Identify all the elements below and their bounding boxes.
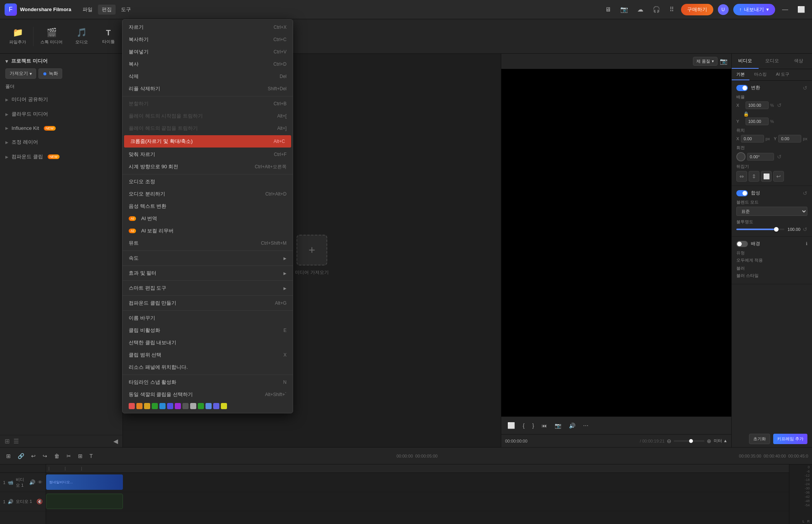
bracket-left-icon[interactable]: { bbox=[520, 421, 527, 430]
menu-ripple-delete[interactable]: 리플 삭제하기 Shift+Del bbox=[123, 83, 293, 95]
menu-edit[interactable]: 편집 bbox=[98, 5, 116, 15]
color-dot-yellow[interactable] bbox=[144, 403, 150, 409]
rotation-reset-icon[interactable]: ↺ bbox=[777, 154, 782, 160]
color-dot-blue2[interactable] bbox=[205, 403, 212, 409]
menu-export-clip[interactable]: 선택한 클립 내보내기 bbox=[123, 337, 293, 349]
grid-view-icon[interactable]: ⊞ bbox=[5, 438, 10, 445]
tab-audio[interactable]: 오디오 bbox=[759, 54, 785, 69]
cloud-icon[interactable]: ☁ bbox=[635, 4, 646, 15]
menu-snap[interactable]: 타임라인 스냅 활성화 N bbox=[123, 376, 293, 388]
project-media-header[interactable]: ▾ 프로젝트 미디어 bbox=[0, 54, 123, 68]
menu-ai-translate[interactable]: AI AI 번역 bbox=[123, 212, 293, 225]
toolbar-item-fileadd[interactable]: 📁 파일추가 bbox=[4, 25, 31, 48]
tab-video[interactable]: 비디오 bbox=[732, 54, 759, 69]
menu-effects[interactable]: 효과 및 필터 ▶ bbox=[123, 267, 293, 279]
menu-smart-edit[interactable]: 스마트 편집 도구 ▶ bbox=[123, 282, 293, 294]
snapshot-icon[interactable]: 📷 bbox=[618, 4, 630, 15]
color-dot-indigo[interactable] bbox=[213, 403, 219, 409]
scale-x-input[interactable] bbox=[746, 101, 769, 109]
pos-y-input[interactable] bbox=[778, 135, 801, 143]
subtab-masking[interactable]: 마스킹 bbox=[749, 69, 771, 80]
color-dot-lightgray[interactable] bbox=[190, 403, 196, 409]
zoom-in-icon[interactable]: ⊕ bbox=[707, 438, 711, 444]
zoom-out-icon[interactable]: ⊖ bbox=[667, 438, 671, 444]
menu-compound-clip[interactable]: 컴파운드 클립 만들기 Alt+G bbox=[123, 297, 293, 309]
collapse-icon[interactable]: ◀ bbox=[113, 438, 118, 445]
menu-speed[interactable]: 속도 ▶ bbox=[123, 252, 293, 264]
menu-select-same-color[interactable]: 동일 색깔의 클립을 선택하기 Alt+Shift+` bbox=[123, 388, 293, 401]
timeline-cut-icon[interactable]: ✂ bbox=[64, 451, 73, 461]
color-dot-lime[interactable] bbox=[221, 403, 227, 409]
menu-disable-clip[interactable]: 클립 비활성화 E bbox=[123, 324, 293, 337]
menu-tools[interactable]: 도구 bbox=[117, 5, 135, 15]
flip-vertical-button[interactable]: ⇕ bbox=[749, 171, 759, 182]
avatar[interactable]: U bbox=[718, 4, 729, 15]
menu-select-range[interactable]: 클립 범위 선택 X bbox=[123, 349, 293, 361]
timeline-magnet-icon[interactable]: 🔗 bbox=[15, 451, 27, 461]
blend-mode-select[interactable]: 표준 bbox=[736, 207, 807, 216]
list-view-icon[interactable]: ☰ bbox=[13, 438, 19, 445]
track-video-mute-icon[interactable]: 🔊 bbox=[29, 479, 35, 485]
more-icon[interactable]: ⋯ bbox=[581, 421, 591, 430]
pos-x-input[interactable] bbox=[741, 135, 764, 143]
timeline-delete-icon[interactable]: 🗑 bbox=[52, 451, 62, 461]
color-dot-lightblue[interactable] bbox=[159, 403, 166, 409]
menu-copy[interactable]: 복사하기 Ctrl+C bbox=[123, 33, 293, 46]
menu-mute[interactable]: 뮤트 Ctrl+Shift+M bbox=[123, 237, 293, 249]
audio-clip[interactable] bbox=[46, 494, 123, 509]
color-dot-green[interactable] bbox=[152, 403, 158, 409]
subtab-ai[interactable]: AI 도구 bbox=[771, 69, 794, 80]
toolbar-item-title[interactable]: T 타이틀 bbox=[95, 25, 122, 48]
rotation-dial[interactable] bbox=[736, 152, 746, 161]
color-dot-gray[interactable] bbox=[182, 403, 189, 409]
timeline-grid-icon[interactable]: ⊞ bbox=[4, 451, 13, 461]
nav-item-media-share[interactable]: ▶ 미디어 공유하기 bbox=[0, 92, 123, 107]
color-dot-red[interactable] bbox=[129, 403, 135, 409]
composite-toggle[interactable] bbox=[736, 190, 748, 196]
menu-ai-vocal[interactable]: AI AI 보컬 리무버 bbox=[123, 225, 293, 237]
menu-fit-crop[interactable]: 맞춰 자르기 Ctrl+F bbox=[123, 148, 293, 161]
timeline-text-icon[interactable]: T bbox=[87, 451, 95, 461]
audio-monitor-icon[interactable]: 🔊 bbox=[567, 421, 578, 430]
prev-frame-icon[interactable]: ⏮ bbox=[539, 421, 549, 430]
menu-stt[interactable]: 음성 텍스트 변환 bbox=[123, 200, 293, 212]
keyframe-button[interactable]: 키프레임 추가 bbox=[773, 434, 807, 444]
rotation-input[interactable] bbox=[747, 153, 774, 161]
record-button[interactable]: ⏺ 녹화 bbox=[38, 68, 62, 79]
screenshot-icon[interactable]: 📷 bbox=[552, 421, 563, 430]
nav-item-adjust[interactable]: ▶ 조정 레이어 bbox=[0, 135, 123, 149]
flip-btn-4[interactable]: ↩ bbox=[773, 171, 784, 182]
transform-toggle[interactable] bbox=[736, 85, 748, 91]
nav-item-cloud[interactable]: ▶ 클라우드 미디어 bbox=[0, 107, 123, 121]
init-button[interactable]: 초기화 bbox=[749, 434, 770, 444]
timeline-undo-icon[interactable]: ↩ bbox=[29, 451, 38, 461]
nav-item-influence[interactable]: ▶ Influence Kit NEW bbox=[0, 121, 123, 135]
menu-rotate90[interactable]: 시계 방향으로 90 회전 Ctrl+Alt+오른쪽 bbox=[123, 161, 293, 173]
menu-cut[interactable]: 자르기 Ctrl+X bbox=[123, 21, 293, 33]
frame-icon[interactable]: ⬜ bbox=[505, 420, 517, 431]
toolbar-item-audio[interactable]: 🎵 오디오 bbox=[68, 25, 95, 48]
tab-color[interactable]: 색상 bbox=[785, 54, 812, 69]
timeline-redo-icon[interactable]: ↪ bbox=[40, 451, 50, 461]
background-toggle[interactable] bbox=[736, 241, 748, 247]
headphone-icon[interactable]: 🎧 bbox=[650, 4, 663, 15]
export-button[interactable]: ↑ 내보내기 ▾ bbox=[733, 4, 776, 15]
monitor-icon[interactable]: 🖥 bbox=[603, 5, 613, 15]
menu-cropzoom[interactable]: 크롭줌(자르기 및 확대/축소) Alt+C bbox=[124, 135, 291, 148]
menu-rename[interactable]: 이름 바꾸기 bbox=[123, 312, 293, 324]
color-dot-orange[interactable] bbox=[136, 403, 143, 409]
add-media-button[interactable]: + bbox=[297, 235, 327, 265]
opacity-reset-icon[interactable]: ↺ bbox=[803, 226, 807, 232]
menu-audio-adjust[interactable]: 오디오 조정 bbox=[123, 176, 293, 188]
menu-locate-resource[interactable]: 리소스 패널에 위치합니다. bbox=[123, 361, 293, 373]
preview-zoom-slider[interactable] bbox=[674, 440, 704, 442]
menu-delete[interactable]: 삭제 Del bbox=[123, 70, 293, 83]
bracket-right-icon[interactable]: } bbox=[530, 421, 537, 430]
toolbar-item-stock[interactable]: 🎬 스톡 미디어 bbox=[35, 25, 68, 48]
menu-paste[interactable]: 붙여넣기 Ctrl+V bbox=[123, 46, 293, 58]
background-info-icon[interactable]: ℹ bbox=[806, 241, 807, 246]
composite-reset-icon[interactable]: ↺ bbox=[803, 190, 807, 196]
minimize-icon[interactable]: — bbox=[780, 5, 790, 15]
flip-btn-3[interactable]: ⬜ bbox=[761, 171, 772, 182]
color-dot-blue[interactable] bbox=[167, 403, 173, 409]
